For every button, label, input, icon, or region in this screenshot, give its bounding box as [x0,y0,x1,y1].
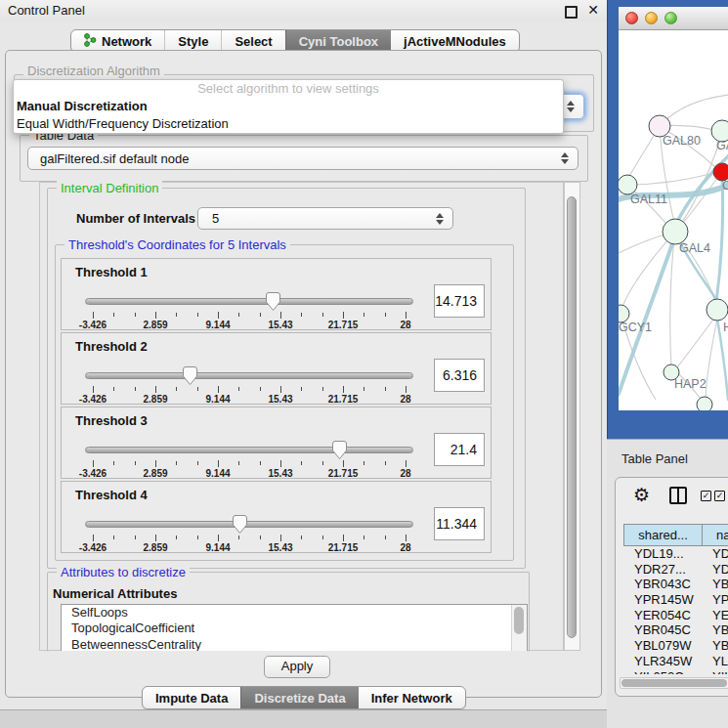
slider-tick [406,535,407,541]
table-row[interactable]: YLR345WYLR3 [623,654,728,669]
network-node-label: GA [716,139,728,152]
network-node-h[interactable] [707,299,728,321]
node-table: shared... na YDL19...YDL1YDR27...YDR2YBR… [623,524,728,674]
control-panel: Control Panel ✕ NetworkStyleSelectCyni T… [0,0,607,728]
table-row[interactable]: YIL052CYIL0 [623,669,728,675]
table-row[interactable]: YDR27...YDR2 [623,562,728,578]
horizontal-scrollbar-thumb[interactable] [621,679,727,687]
table-rows: YDL19...YDL1YDR27...YDR2YBR043CYBR0YPR14… [623,546,728,674]
table-panel-title: Table Panel [621,451,688,466]
slider-tick [280,386,281,393]
threshold-panel: Threshold 4-3.4262.8599.14415.4321.71528… [61,481,492,553]
tab-network[interactable]: Network [71,30,164,52]
threshold-value-field[interactable]: 21.4 [434,433,485,466]
slider-thumb[interactable] [332,441,347,459]
attributes-list-scrollbar[interactable] [511,605,527,651]
slider-tick [301,387,302,391]
network-edge[interactable] [706,319,717,397]
apply-button[interactable]: Apply [264,656,330,678]
algorithm-popup-items: Manual DiscretizationEqual Width/Frequen… [14,98,563,133]
network-edge[interactable] [622,232,675,307]
gear-icon[interactable]: ⚙ [633,484,650,506]
tab-jactivemnodules[interactable]: jActiveMNodules [391,30,519,52]
tab-infer-network[interactable]: Infer Network [359,687,465,708]
slider-tick [238,535,239,539]
vertical-scrollbar-thumb[interactable] [567,196,577,638]
slider-track[interactable] [85,372,413,379]
column-header[interactable]: na [703,524,728,546]
table-row[interactable]: YDL19...YDL1 [623,546,728,562]
control-panel-title: Control Panel [8,3,85,18]
threshold-slider[interactable]: -3.4262.8599.14415.4321.71528 [85,515,413,554]
minimize-traffic-light-icon[interactable] [645,12,658,24]
network-edge-highlighted[interactable] [716,179,723,302]
combo-stepper-icon [567,101,575,112]
threshold-slider[interactable]: -3.4262.8599.14415.4321.71528 [85,366,413,406]
slider-tick [155,386,156,393]
algorithm-popup-item[interactable]: Equal Width/Frequency Discretization [14,115,563,133]
slider-tick [93,386,94,393]
slider-track[interactable] [85,447,413,453]
table-row[interactable]: YER054CYER0 [623,608,728,623]
network-node-gal11[interactable] [619,175,637,194]
threshold-slider[interactable]: -3.4262.8599.14415.4321.71528 [85,292,413,331]
slider-thumb[interactable] [233,515,247,534]
table-row[interactable]: YPR145WYPR1 [623,592,728,608]
split-table-icon[interactable] [669,487,687,504]
threshold-value-field[interactable]: 14.713 [434,284,485,318]
algorithm-group-title: Discretization Algorithm [23,64,164,78]
table-row[interactable]: YBL079WYBL0 [623,638,728,654]
slider-scale-label: 28 [400,468,410,479]
slider-tick [343,535,344,541]
table-data-combo[interactable]: galFiltered.sif default node [27,147,578,170]
network-node-label: GCY1 [619,321,652,334]
table-row[interactable]: YBR045CYBR0 [623,622,728,638]
attribute-list-item[interactable]: SelfLoops [62,605,527,621]
attribute-list-item[interactable]: BetweennessCentrality [62,637,527,651]
algorithm-popup-item[interactable]: Manual Discretization [14,98,563,115]
close-icon[interactable]: ✕ [587,2,599,18]
tab-select[interactable]: Select [221,30,284,52]
number-of-intervals-combo[interactable]: 5 [197,207,453,230]
slider-tick [343,386,344,393]
tab-style[interactable]: Style [164,30,221,52]
tab-impute-data[interactable]: Impute Data [143,687,240,708]
threshold-slider[interactable]: -3.4262.8599.14415.4321.71528 [85,441,413,480]
column-header[interactable]: shared... [623,524,703,546]
slider-tick [322,535,323,539]
slider-tick [301,535,302,539]
attribute-list-item[interactable]: TopologicalCoefficient [62,621,527,636]
numerical-attributes-list[interactable]: SelfLoopsTopologicalCoefficientBetweenne… [61,604,528,651]
network-graph: GAL80GACGAL11GAL4GCY1HHAP2 [619,30,728,410]
network-edge[interactable] [675,140,720,232]
slider-track[interactable] [85,298,413,305]
control-panel-titlebar: Control Panel ✕ [0,0,607,21]
slider-track[interactable] [85,521,413,528]
tab-cyni-toolbox[interactable]: Cyni Toolbox [285,30,391,52]
slider-scale-label: 15.43 [268,320,292,330]
slider-tick [93,312,94,319]
network-edge[interactable] [663,95,728,123]
horizontal-scrollbar[interactable] [620,677,728,689]
zoom-traffic-light-icon[interactable] [664,12,677,24]
tab-label: Style [178,34,208,49]
slider-thumb[interactable] [266,292,280,311]
threshold-value-field[interactable]: 6.316 [434,359,485,392]
vertical-scrollbar[interactable] [564,182,580,651]
slider-thumb[interactable] [183,366,197,385]
float-window-icon[interactable] [565,6,578,19]
threshold-value-field[interactable]: 11.344 [434,507,485,540]
table-cell: YDR27... [623,562,703,578]
table-row[interactable]: YBR043CYBR0 [623,577,728,592]
table-cell: YBR045C [623,622,703,638]
network-node[interactable] [697,397,712,410]
network-canvas[interactable]: GAL80GACGAL11GAL4GCY1HHAP2 [619,30,728,410]
checkbox-checked-icon[interactable]: ✓ [714,491,725,501]
network-node-label: GAL80 [663,134,701,148]
slider-tick [280,312,281,319]
attributes-list-scrollbar-thumb[interactable] [514,607,524,634]
checkbox-checked-icon[interactable]: ✓ [701,491,711,501]
tab-discretize-data[interactable]: Discretize Data [240,687,358,708]
slider-tick [238,461,239,465]
close-traffic-light-icon[interactable] [625,12,638,24]
